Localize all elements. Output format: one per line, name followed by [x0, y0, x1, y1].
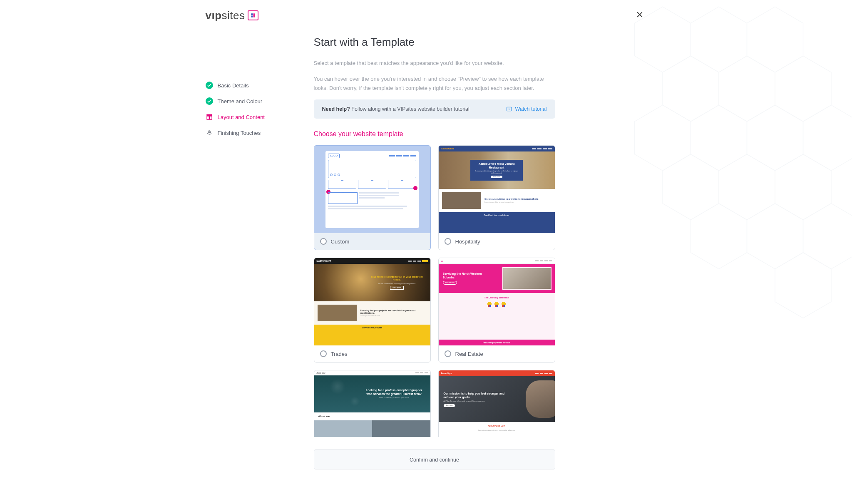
- radio-button[interactable]: [320, 238, 327, 245]
- step-theme-colour[interactable]: Theme and Colour: [206, 93, 297, 109]
- help-banner: Need help? Follow along with a VIPsites …: [314, 99, 555, 119]
- template-thumbnail: MASTERWATT Your reliable source for all …: [314, 258, 430, 345]
- template-thumbnail: LOGO: [314, 146, 430, 233]
- template-thumbnail: Pulse Gym Our mission is to help you fee…: [439, 370, 555, 437]
- rocket-icon: [206, 129, 213, 137]
- template-thumbnail: Ashbourne Ashbourne's Most Vibrant Resta…: [439, 146, 555, 233]
- step-layout-content[interactable]: Layout and Content: [206, 109, 297, 125]
- template-card-custom[interactable]: LOGO Custom: [314, 145, 431, 250]
- close-icon: [635, 10, 644, 19]
- radio-button[interactable]: [320, 350, 327, 357]
- template-grid: LOGO Custom: [314, 145, 555, 437]
- help-text: Need help? Follow along with a VIPsites …: [322, 106, 469, 112]
- step-basic-details[interactable]: Basic Details: [206, 77, 297, 93]
- check-circle-icon: [206, 82, 213, 89]
- step-label: Layout and Content: [218, 114, 265, 120]
- template-label: Hospitality: [455, 238, 480, 245]
- template-card-gym[interactable]: Pulse Gym Our mission is to help you fee…: [438, 370, 555, 437]
- step-finishing-touches[interactable]: Finishing Touches: [206, 125, 297, 141]
- step-label: Theme and Colour: [218, 98, 263, 104]
- template-label: Custom: [331, 238, 350, 245]
- page-description-2: You can hover over the one you're intere…: [314, 74, 555, 93]
- radio-button[interactable]: [445, 238, 451, 245]
- layout-icon: [206, 113, 213, 121]
- template-card-trades[interactable]: MASTERWATT Your reliable source for all …: [314, 258, 431, 362]
- page-title: Start with a Template: [314, 36, 555, 49]
- template-card-real-estate[interactable]: ◆ Servicing the North Western SuburbsEnq…: [438, 258, 555, 362]
- section-title: Choose your website template: [314, 130, 555, 138]
- template-label: Real Estate: [455, 351, 483, 357]
- logo: vıpsites: [206, 9, 258, 22]
- logo-icon: [248, 10, 258, 20]
- template-card-photography[interactable]: Jane Doe Looking for a professional phot…: [314, 370, 431, 437]
- steps-sidebar: Basic Details Theme and Colour Layout an…: [206, 36, 297, 469]
- template-thumbnail: Jane Doe Looking for a professional phot…: [314, 370, 430, 437]
- step-label: Finishing Touches: [218, 130, 261, 136]
- logo-text: vıpsites: [206, 9, 245, 22]
- template-thumbnail: ◆ Servicing the North Western SuburbsEnq…: [439, 258, 555, 345]
- play-video-icon: [506, 106, 512, 112]
- template-label: Trades: [331, 351, 348, 357]
- watch-tutorial-link[interactable]: Watch tutorial: [506, 106, 547, 112]
- radio-button[interactable]: [445, 350, 451, 357]
- confirm-continue-button[interactable]: Confirm and continue: [410, 457, 459, 463]
- confirm-bar: Confirm and continue: [314, 449, 555, 469]
- template-card-hospitality[interactable]: Ashbourne Ashbourne's Most Vibrant Resta…: [438, 145, 555, 250]
- step-label: Basic Details: [218, 82, 249, 89]
- check-circle-icon: [206, 97, 213, 105]
- page-description-1: Select a template that best matches the …: [314, 59, 555, 68]
- main-content: Start with a Template Select a template …: [314, 36, 555, 469]
- close-button[interactable]: [633, 7, 647, 23]
- topbar: vıpsites: [206, 7, 647, 36]
